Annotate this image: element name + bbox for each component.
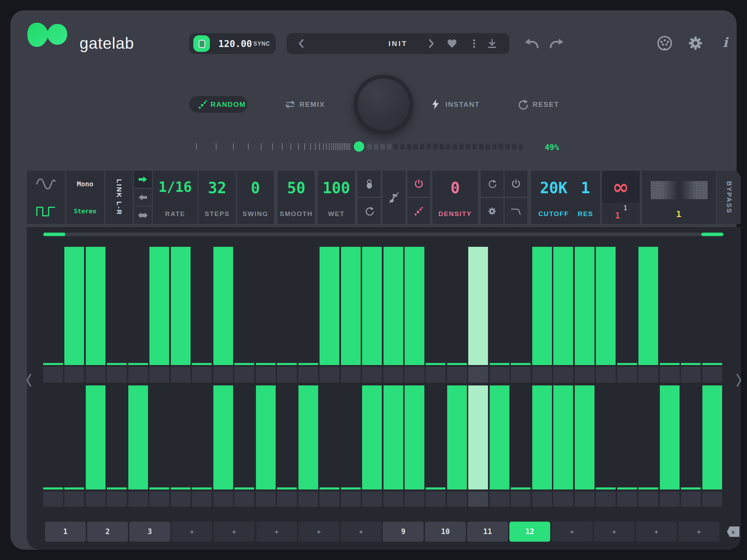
top-step-bar-9[interactable] <box>213 247 233 365</box>
bottom-step-bar-16[interactable] <box>362 385 382 489</box>
top-step-handle-7[interactable] <box>171 367 191 383</box>
step-column-25[interactable] <box>553 227 573 531</box>
sine-wave-button[interactable] <box>27 171 65 197</box>
settings-gear-icon[interactable] <box>688 35 703 51</box>
top-step-handle-6[interactable] <box>149 367 169 383</box>
page-right-button[interactable] <box>734 373 744 388</box>
bottom-step-handle-3[interactable] <box>86 492 105 507</box>
bottom-step-bar-19[interactable] <box>426 487 445 489</box>
bpm-display[interactable]: 120.00 SYNC <box>189 33 276 54</box>
bottom-step-bar-7[interactable] <box>171 487 191 489</box>
top-step-bar-18[interactable] <box>405 247 424 365</box>
bottom-step-bar-2[interactable] <box>64 487 84 489</box>
density-random-button[interactable] <box>407 198 430 224</box>
top-step-bar-13[interactable] <box>298 363 318 365</box>
step-column-11[interactable] <box>256 227 276 531</box>
top-step-handle-23[interactable] <box>511 367 531 383</box>
bottom-step-handle-9[interactable] <box>213 492 233 507</box>
preset-menu-icon[interactable] <box>469 38 480 49</box>
bottom-step-bar-18[interactable] <box>405 385 424 489</box>
bottom-step-handle-10[interactable] <box>234 492 254 507</box>
random-button[interactable]: RANDOM <box>189 96 247 113</box>
step-column-30[interactable] <box>660 227 680 531</box>
pattern-slot-10[interactable]: 10 <box>425 522 466 542</box>
macro-slider-handle[interactable] <box>354 141 364 152</box>
pattern-slot-9[interactable]: 9 <box>383 522 424 542</box>
bottom-step-bar-28[interactable] <box>617 487 637 489</box>
undo-button[interactable] <box>524 37 539 50</box>
density-cell[interactable]: 0 DENSITY <box>432 171 478 224</box>
top-step-bar-11[interactable] <box>256 363 276 365</box>
step-column-3[interactable] <box>86 227 105 531</box>
bottom-step-handle-30[interactable] <box>660 492 680 507</box>
preset-next-button[interactable] <box>425 38 436 49</box>
step-column-10[interactable] <box>234 227 254 531</box>
lock-button[interactable] <box>358 171 381 197</box>
bottom-step-bar-10[interactable] <box>234 487 254 489</box>
bottom-step-handle-25[interactable] <box>553 492 573 507</box>
mono-button[interactable]: Mono <box>66 171 104 197</box>
pattern-slot-1[interactable]: 1 <box>45 522 86 542</box>
top-step-bar-29[interactable] <box>638 247 658 365</box>
bottom-step-handle-14[interactable] <box>320 492 339 507</box>
step-column-20[interactable] <box>447 227 467 531</box>
direction-pingpong-button[interactable] <box>134 207 152 224</box>
bottom-step-handle-24[interactable] <box>532 492 552 507</box>
link-lr-cell[interactable]: LINK L-R <box>105 171 133 224</box>
filter-randomize-button[interactable] <box>481 171 504 197</box>
step-column-32[interactable] <box>702 227 722 531</box>
gate-randomize-button[interactable] <box>358 198 381 224</box>
step-column-29[interactable] <box>638 227 658 531</box>
bottom-step-handle-8[interactable] <box>192 492 212 507</box>
step-column-26[interactable] <box>575 227 594 531</box>
top-step-bar-25[interactable] <box>553 247 573 365</box>
step-column-6[interactable] <box>149 227 169 531</box>
top-step-handle-27[interactable] <box>596 367 616 383</box>
filter-type-button[interactable] <box>505 198 527 224</box>
redo-button[interactable] <box>549 37 564 50</box>
pattern-slot-12[interactable]: 12 <box>509 522 550 542</box>
bottom-step-bar-1[interactable] <box>43 487 63 489</box>
step-column-12[interactable] <box>277 227 297 531</box>
top-step-handle-30[interactable] <box>660 367 680 383</box>
top-step-handle-26[interactable] <box>575 367 594 383</box>
rate-cell[interactable]: 1/16 RATE <box>153 171 197 224</box>
top-step-handle-8[interactable] <box>192 367 212 383</box>
top-step-bar-23[interactable] <box>511 363 531 365</box>
bottom-step-bar-27[interactable] <box>596 487 616 489</box>
top-step-handle-14[interactable] <box>320 367 339 383</box>
density-power-button[interactable] <box>407 171 430 197</box>
top-step-handle-11[interactable] <box>256 367 276 383</box>
top-step-bar-28[interactable] <box>617 363 637 365</box>
bottom-step-bar-23[interactable] <box>511 487 531 489</box>
bottom-step-handle-23[interactable] <box>511 492 531 507</box>
top-step-handle-12[interactable] <box>277 367 297 383</box>
pattern-add-button-13[interactable]: + <box>552 522 592 542</box>
top-step-bar-20[interactable] <box>447 363 467 365</box>
step-column-17[interactable] <box>384 227 403 531</box>
bottom-step-handle-29[interactable] <box>638 492 658 507</box>
top-step-handle-3[interactable] <box>86 367 105 383</box>
bottom-step-handle-13[interactable] <box>298 492 318 507</box>
stop-icon[interactable] <box>193 35 210 52</box>
infinite-repeat-button[interactable]: ∞ <box>602 171 640 203</box>
bottom-step-handle-21[interactable] <box>468 492 488 507</box>
steps-cell[interactable]: 32 STEPS <box>199 171 236 224</box>
step-column-5[interactable] <box>128 227 148 531</box>
bottom-step-bar-11[interactable] <box>256 385 276 489</box>
top-step-handle-25[interactable] <box>553 367 573 383</box>
top-step-handle-18[interactable] <box>405 367 424 383</box>
top-step-bar-22[interactable] <box>490 363 509 365</box>
direction-right-button[interactable] <box>134 171 152 188</box>
top-step-bar-31[interactable] <box>681 363 701 365</box>
step-column-14[interactable] <box>320 227 339 531</box>
instant-button[interactable]: INSTANT <box>430 96 486 113</box>
top-step-handle-2[interactable] <box>64 367 84 383</box>
pattern-slot-2[interactable]: 2 <box>87 522 128 542</box>
bpm-value[interactable]: 120.00 <box>216 38 254 49</box>
pattern-add-button-8[interactable]: + <box>341 522 381 542</box>
bottom-step-handle-26[interactable] <box>575 492 594 507</box>
bottom-step-bar-14[interactable] <box>320 487 339 489</box>
pattern-add-button-6[interactable]: + <box>256 522 297 542</box>
top-step-handle-13[interactable] <box>298 367 318 383</box>
